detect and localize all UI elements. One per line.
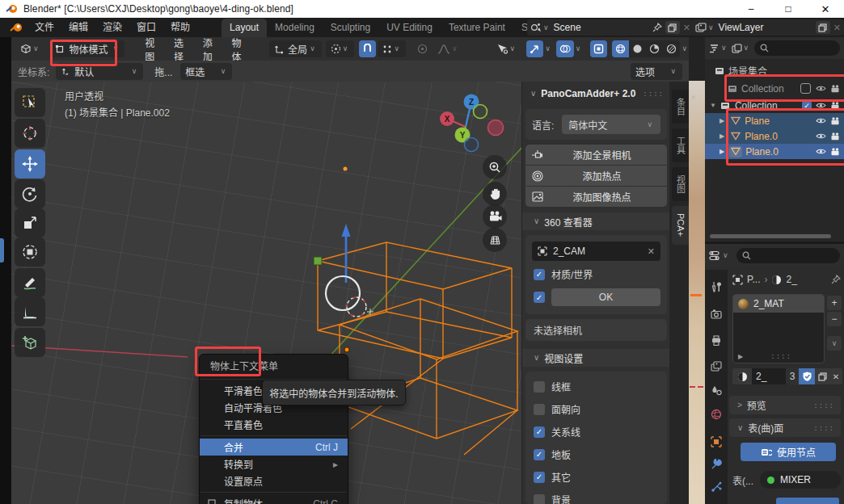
overlays-toggle[interactable] — [556, 40, 574, 57]
fake-user-shield-button[interactable] — [799, 368, 815, 384]
breadcrumb-material-name[interactable]: 2_ — [786, 274, 796, 285]
tab-world-properties[interactable] — [705, 404, 728, 425]
menu-help[interactable]: 帮助 — [163, 18, 197, 37]
drag-dots-icon[interactable]: :::: — [770, 352, 791, 360]
menu-item-join[interactable]: 合并Ctrl J — [200, 439, 348, 456]
xray-toggle[interactable] — [590, 40, 607, 57]
proportional-falloff-dropdown[interactable]: ∨ — [433, 40, 464, 57]
scene-selector[interactable]: ∨ Scene ✕ — [527, 19, 694, 36]
menu-view[interactable]: 视图 — [136, 36, 165, 63]
mode-dropdown[interactable]: 物体模式 ∨ — [50, 40, 125, 57]
tool-move[interactable] — [15, 149, 45, 178]
camera-view-button[interactable] — [483, 204, 507, 229]
add-pano-camera-button[interactable]: 添加全景相机 — [525, 145, 667, 165]
add-hotspot-button[interactable]: 添加热点 — [525, 166, 667, 186]
copy-material-button[interactable] — [815, 368, 829, 384]
menu-select[interactable]: 选择 — [165, 36, 194, 63]
pin-icon[interactable] — [652, 23, 662, 32]
transform-orientation-dropdown[interactable]: 全局 ∨ — [269, 40, 322, 57]
background-checkbox-row[interactable]: 背景 — [534, 493, 571, 504]
menu-item-copy-objects[interactable]: 复制物体Ctrl C — [200, 495, 348, 504]
navigation-gizmo[interactable]: Z X Y — [440, 84, 521, 165]
tab-view[interactable]: 视图 — [672, 167, 689, 201]
shading-material-button[interactable] — [646, 40, 663, 57]
disclosure-open-icon[interactable]: ▼ — [710, 102, 716, 109]
camera-restrict-icon[interactable] — [830, 148, 840, 156]
ok-button[interactable]: OK — [551, 288, 660, 306]
tab-pca[interactable]: PCA+ — [672, 206, 689, 245]
proportional-editing-toggle[interactable] — [412, 40, 433, 57]
material-name-field[interactable]: 2_ — [752, 368, 786, 384]
object-row-plane-002-active[interactable]: ▶ Plane.0 — [705, 144, 844, 159]
menu-edit[interactable]: 编辑 — [61, 18, 95, 37]
menu-item-shade-flat[interactable]: 平直着色 — [200, 416, 348, 433]
tab-tool-properties[interactable] — [705, 276, 728, 297]
pan-view-button[interactable] — [483, 182, 507, 206]
pin-icon[interactable] — [831, 275, 841, 284]
drag-dots-icon[interactable]: :::: — [643, 90, 664, 98]
language-dropdown[interactable]: 简体中文 ∨ — [562, 115, 660, 134]
coord-system-dropdown[interactable]: 默认 ∨ — [56, 63, 143, 80]
menu-render[interactable]: 渲染 — [95, 18, 129, 37]
select-box-dropdown[interactable]: 框选 ∨ — [180, 63, 232, 80]
collection-checkbox-checked[interactable]: ✓ — [802, 101, 812, 111]
camera-restrict-icon[interactable] — [830, 102, 840, 110]
checkbox-checked-icon[interactable]: ✓ — [534, 426, 545, 438]
tab-particles-properties[interactable] — [705, 477, 728, 498]
wireframe-checkbox-row[interactable]: 线框 — [534, 380, 571, 393]
add-material-slot-button[interactable]: + — [827, 296, 842, 310]
collection-row[interactable]: ▼ Collection ✓ — [705, 98, 844, 113]
eye-icon[interactable] — [816, 85, 826, 92]
tab-scene-properties[interactable] — [705, 380, 728, 401]
minimize-icon[interactable]: – — [732, 0, 770, 18]
add-image-hotspot-button[interactable]: 添加图像热点 — [525, 187, 667, 207]
menu-item-convert-to[interactable]: 转换到▸ — [200, 456, 348, 472]
disclosure-closed-icon[interactable]: ▶ — [720, 148, 724, 155]
checkbox-checked-icon[interactable]: ✓ — [534, 472, 545, 483]
tab-object-properties[interactable] — [705, 431, 728, 452]
camera-restrict-icon[interactable] — [830, 85, 840, 93]
preview-panel-header[interactable]: > 预览 :::: — [729, 396, 841, 414]
snap-toggle[interactable] — [359, 40, 376, 57]
breadcrumb-object-name[interactable]: P... — [747, 274, 760, 285]
editor-type-button[interactable]: ∨ — [15, 40, 45, 57]
collection-hidden-row[interactable]: Collection — [705, 81, 844, 96]
outliner-search-input[interactable] — [754, 40, 840, 56]
options-dropdown[interactable]: 选项 ∨ — [631, 63, 682, 80]
eye-icon[interactable] — [816, 117, 826, 124]
outliner-display-dropdown[interactable]: ∨ — [732, 44, 751, 53]
browse-material-button[interactable] — [732, 368, 752, 384]
tab-modeling[interactable]: Modeling — [267, 19, 323, 37]
collapse-icon[interactable]: ∨ — [530, 90, 536, 98]
tool-select-box[interactable] — [15, 88, 45, 117]
zoom-view-button[interactable] — [483, 155, 507, 179]
tool-scale[interactable] — [15, 208, 45, 237]
gizmos-toggle[interactable] — [526, 40, 543, 57]
properties-editor-type-button[interactable]: ∨ — [709, 250, 730, 261]
view-settings-header[interactable]: ∨ 视图设置 — [522, 349, 670, 367]
clear-camera-icon[interactable]: ✕ — [648, 246, 655, 257]
scene-name[interactable]: Scene — [554, 22, 581, 33]
checkbox-checked-icon[interactable]: ✓ — [534, 449, 545, 460]
snap-settings-dropdown[interactable]: ∨ — [378, 40, 406, 57]
shading-rendered-button[interactable] — [663, 40, 680, 57]
disclosure-closed-icon[interactable]: ▶ — [720, 132, 724, 140]
tool-annotate[interactable] — [15, 268, 45, 297]
checkbox-unchecked-icon[interactable] — [534, 381, 545, 393]
close-icon[interactable]: ✕ — [807, 0, 844, 18]
pivot-point-dropdown[interactable]: ∨ — [326, 40, 355, 57]
tab-physics-properties[interactable] — [705, 499, 728, 504]
tool-cursor[interactable] — [15, 119, 45, 148]
tool-transform[interactable] — [15, 237, 45, 267]
menu-item-set-origin[interactable]: 设置原点 — [200, 472, 348, 489]
checkbox-unchecked-icon[interactable] — [534, 494, 545, 504]
camera-name-field[interactable]: 2_CAM ✕ — [532, 242, 660, 261]
material-slot-specials-button[interactable]: ∨ — [827, 336, 842, 351]
viewlayer-name[interactable]: ViewLayer — [719, 22, 764, 33]
viewlayer-selector[interactable]: ∨ ViewLayer ✕ — [692, 19, 844, 36]
menu-window[interactable]: 窗口 — [129, 18, 163, 37]
object-visibility-dropdown[interactable]: ∨ — [492, 40, 522, 57]
ok-checkbox[interactable]: ✓ — [534, 292, 545, 303]
outliner-filter-dropdown[interactable]: ∨ — [709, 44, 728, 53]
outliner-scrollbar[interactable] — [710, 234, 831, 238]
